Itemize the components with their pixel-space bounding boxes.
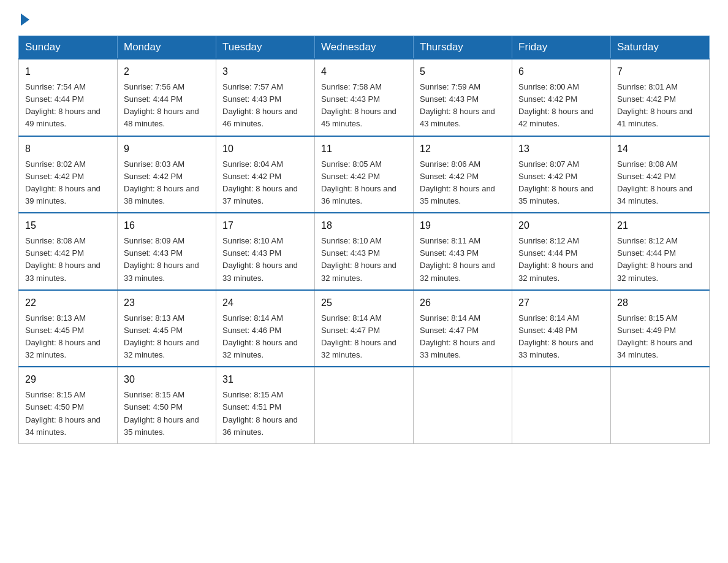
calendar-cell: 29Sunrise: 8:15 AMSunset: 4:50 PMDayligh… bbox=[19, 367, 118, 443]
day-number: 21 bbox=[617, 218, 703, 233]
day-number: 31 bbox=[222, 372, 308, 387]
calendar-cell: 17Sunrise: 8:10 AMSunset: 4:43 PMDayligh… bbox=[216, 213, 315, 290]
calendar-cell: 24Sunrise: 8:14 AMSunset: 4:46 PMDayligh… bbox=[216, 290, 315, 367]
logo-arrow-icon bbox=[21, 13, 29, 26]
day-info: Sunrise: 8:02 AMSunset: 4:42 PMDaylight:… bbox=[25, 158, 111, 208]
calendar-cell: 12Sunrise: 8:06 AMSunset: 4:42 PMDayligh… bbox=[414, 136, 512, 213]
header-wednesday: Wednesday bbox=[315, 36, 414, 59]
calendar-cell: 3Sunrise: 7:57 AMSunset: 4:43 PMDaylight… bbox=[216, 59, 315, 136]
calendar-cell: 14Sunrise: 8:08 AMSunset: 4:42 PMDayligh… bbox=[611, 136, 710, 213]
day-info: Sunrise: 8:08 AMSunset: 4:42 PMDaylight:… bbox=[25, 235, 111, 285]
day-info: Sunrise: 8:10 AMSunset: 4:43 PMDaylight:… bbox=[321, 235, 407, 285]
calendar-cell: 7Sunrise: 8:01 AMSunset: 4:42 PMDaylight… bbox=[611, 59, 710, 136]
calendar-cell: 22Sunrise: 8:13 AMSunset: 4:45 PMDayligh… bbox=[19, 290, 118, 367]
day-info: Sunrise: 7:54 AMSunset: 4:44 PMDaylight:… bbox=[25, 81, 111, 131]
calendar-cell: 21Sunrise: 8:12 AMSunset: 4:44 PMDayligh… bbox=[611, 213, 710, 290]
day-info: Sunrise: 8:00 AMSunset: 4:42 PMDaylight:… bbox=[518, 81, 604, 131]
day-info: Sunrise: 7:57 AMSunset: 4:43 PMDaylight:… bbox=[222, 81, 308, 131]
day-info: Sunrise: 8:15 AMSunset: 4:49 PMDaylight:… bbox=[617, 312, 703, 362]
header-thursday: Thursday bbox=[414, 36, 512, 59]
calendar-cell: 2Sunrise: 7:56 AMSunset: 4:44 PMDaylight… bbox=[118, 59, 216, 136]
logo bbox=[18, 12, 29, 23]
header-monday: Monday bbox=[118, 36, 216, 59]
calendar-cell: 23Sunrise: 8:13 AMSunset: 4:45 PMDayligh… bbox=[118, 290, 216, 367]
day-number: 25 bbox=[321, 296, 407, 310]
day-info: Sunrise: 7:56 AMSunset: 4:44 PMDaylight:… bbox=[124, 81, 210, 131]
calendar-cell: 10Sunrise: 8:04 AMSunset: 4:42 PMDayligh… bbox=[216, 136, 315, 213]
calendar-cell: 26Sunrise: 8:14 AMSunset: 4:47 PMDayligh… bbox=[414, 290, 512, 367]
calendar-cell bbox=[512, 367, 611, 443]
day-number: 9 bbox=[124, 142, 210, 156]
day-info: Sunrise: 8:13 AMSunset: 4:45 PMDaylight:… bbox=[124, 312, 210, 362]
week-row-5: 29Sunrise: 8:15 AMSunset: 4:50 PMDayligh… bbox=[19, 367, 710, 443]
calendar-cell: 27Sunrise: 8:14 AMSunset: 4:48 PMDayligh… bbox=[512, 290, 611, 367]
day-number: 6 bbox=[518, 64, 604, 79]
day-number: 4 bbox=[321, 64, 407, 79]
calendar-cell: 16Sunrise: 8:09 AMSunset: 4:43 PMDayligh… bbox=[118, 213, 216, 290]
header-sunday: Sunday bbox=[19, 36, 118, 59]
day-number: 30 bbox=[124, 372, 210, 387]
day-number: 1 bbox=[25, 64, 111, 79]
calendar-cell: 25Sunrise: 8:14 AMSunset: 4:47 PMDayligh… bbox=[315, 290, 414, 367]
day-info: Sunrise: 8:08 AMSunset: 4:42 PMDaylight:… bbox=[617, 158, 703, 208]
day-info: Sunrise: 8:04 AMSunset: 4:42 PMDaylight:… bbox=[222, 158, 308, 208]
day-number: 5 bbox=[420, 64, 506, 79]
day-number: 28 bbox=[617, 296, 703, 310]
calendar-cell: 31Sunrise: 8:15 AMSunset: 4:51 PMDayligh… bbox=[216, 367, 315, 443]
day-info: Sunrise: 8:10 AMSunset: 4:43 PMDaylight:… bbox=[222, 235, 308, 285]
day-number: 17 bbox=[222, 218, 308, 233]
day-number: 26 bbox=[420, 296, 506, 310]
day-number: 27 bbox=[518, 296, 604, 310]
calendar-cell: 9Sunrise: 8:03 AMSunset: 4:42 PMDaylight… bbox=[118, 136, 216, 213]
day-info: Sunrise: 8:06 AMSunset: 4:42 PMDaylight:… bbox=[420, 158, 506, 208]
day-number: 14 bbox=[617, 142, 703, 156]
day-number: 12 bbox=[420, 142, 506, 156]
calendar-cell: 30Sunrise: 8:15 AMSunset: 4:50 PMDayligh… bbox=[118, 367, 216, 443]
calendar-cell: 20Sunrise: 8:12 AMSunset: 4:44 PMDayligh… bbox=[512, 213, 611, 290]
day-info: Sunrise: 8:12 AMSunset: 4:44 PMDaylight:… bbox=[617, 235, 703, 285]
calendar-header-row: SundayMondayTuesdayWednesdayThursdayFrid… bbox=[19, 36, 710, 59]
day-info: Sunrise: 8:13 AMSunset: 4:45 PMDaylight:… bbox=[25, 312, 111, 362]
calendar-cell bbox=[414, 367, 512, 443]
calendar-cell: 1Sunrise: 7:54 AMSunset: 4:44 PMDaylight… bbox=[19, 59, 118, 136]
day-info: Sunrise: 8:07 AMSunset: 4:42 PMDaylight:… bbox=[518, 158, 604, 208]
calendar-cell: 18Sunrise: 8:10 AMSunset: 4:43 PMDayligh… bbox=[315, 213, 414, 290]
day-number: 24 bbox=[222, 296, 308, 310]
calendar-cell: 15Sunrise: 8:08 AMSunset: 4:42 PMDayligh… bbox=[19, 213, 118, 290]
day-info: Sunrise: 7:58 AMSunset: 4:43 PMDaylight:… bbox=[321, 81, 407, 131]
header-saturday: Saturday bbox=[611, 36, 710, 59]
day-info: Sunrise: 8:15 AMSunset: 4:50 PMDaylight:… bbox=[25, 389, 111, 439]
day-info: Sunrise: 8:14 AMSunset: 4:47 PMDaylight:… bbox=[420, 312, 506, 362]
page-header bbox=[18, 12, 710, 23]
day-info: Sunrise: 8:05 AMSunset: 4:42 PMDaylight:… bbox=[321, 158, 407, 208]
calendar-cell: 6Sunrise: 8:00 AMSunset: 4:42 PMDaylight… bbox=[512, 59, 611, 136]
week-row-1: 1Sunrise: 7:54 AMSunset: 4:44 PMDaylight… bbox=[19, 59, 710, 136]
day-info: Sunrise: 8:14 AMSunset: 4:48 PMDaylight:… bbox=[518, 312, 604, 362]
day-number: 7 bbox=[617, 64, 703, 79]
calendar-cell: 5Sunrise: 7:59 AMSunset: 4:43 PMDaylight… bbox=[414, 59, 512, 136]
day-info: Sunrise: 8:15 AMSunset: 4:51 PMDaylight:… bbox=[222, 389, 308, 439]
day-info: Sunrise: 8:14 AMSunset: 4:46 PMDaylight:… bbox=[222, 312, 308, 362]
day-info: Sunrise: 8:01 AMSunset: 4:42 PMDaylight:… bbox=[617, 81, 703, 131]
header-tuesday: Tuesday bbox=[216, 36, 315, 59]
day-info: Sunrise: 8:12 AMSunset: 4:44 PMDaylight:… bbox=[518, 235, 604, 285]
calendar-cell: 8Sunrise: 8:02 AMSunset: 4:42 PMDaylight… bbox=[19, 136, 118, 213]
day-info: Sunrise: 8:14 AMSunset: 4:47 PMDaylight:… bbox=[321, 312, 407, 362]
day-number: 18 bbox=[321, 218, 407, 233]
day-number: 20 bbox=[518, 218, 604, 233]
calendar-cell: 4Sunrise: 7:58 AMSunset: 4:43 PMDaylight… bbox=[315, 59, 414, 136]
week-row-4: 22Sunrise: 8:13 AMSunset: 4:45 PMDayligh… bbox=[19, 290, 710, 367]
calendar-cell: 13Sunrise: 8:07 AMSunset: 4:42 PMDayligh… bbox=[512, 136, 611, 213]
calendar-cell: 28Sunrise: 8:15 AMSunset: 4:49 PMDayligh… bbox=[611, 290, 710, 367]
week-row-2: 8Sunrise: 8:02 AMSunset: 4:42 PMDaylight… bbox=[19, 136, 710, 213]
calendar-cell: 19Sunrise: 8:11 AMSunset: 4:43 PMDayligh… bbox=[414, 213, 512, 290]
day-number: 13 bbox=[518, 142, 604, 156]
day-info: Sunrise: 8:03 AMSunset: 4:42 PMDaylight:… bbox=[124, 158, 210, 208]
day-number: 8 bbox=[25, 142, 111, 156]
calendar-table: SundayMondayTuesdayWednesdayThursdayFrid… bbox=[18, 36, 710, 444]
day-number: 22 bbox=[25, 296, 111, 310]
day-number: 29 bbox=[25, 372, 111, 387]
day-info: Sunrise: 8:09 AMSunset: 4:43 PMDaylight:… bbox=[124, 235, 210, 285]
day-info: Sunrise: 8:11 AMSunset: 4:43 PMDaylight:… bbox=[420, 235, 506, 285]
day-number: 3 bbox=[222, 64, 308, 79]
